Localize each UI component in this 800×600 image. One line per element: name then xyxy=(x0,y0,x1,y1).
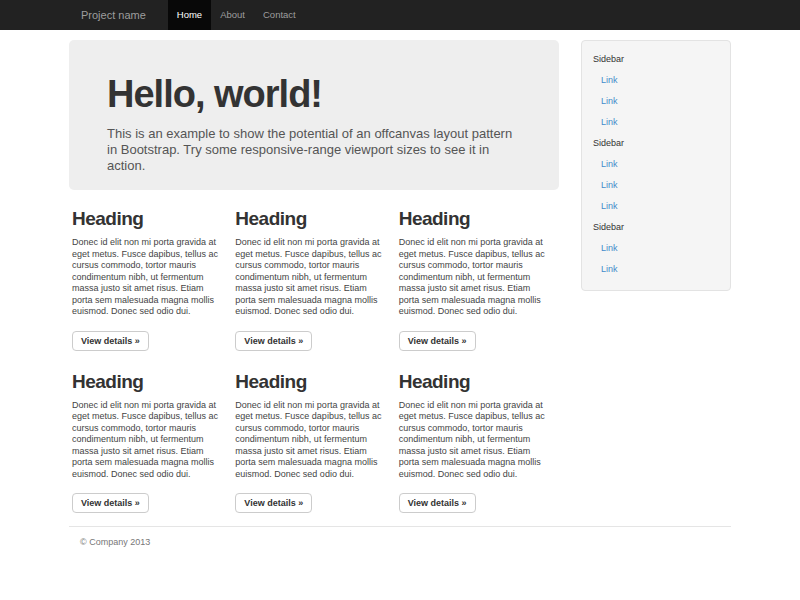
feature-body: Donec id elit non mi porta gravida at eg… xyxy=(72,400,225,481)
feature-heading: Heading xyxy=(72,371,225,393)
sidebar-heading: Sidebar xyxy=(582,49,730,70)
feature-card: Heading Donec id elit non mi porta gravi… xyxy=(399,367,552,514)
sidebar-link[interactable]: Link xyxy=(582,196,730,217)
nav-item-home[interactable]: Home xyxy=(168,0,211,30)
navbar-brand[interactable]: Project name xyxy=(69,0,158,30)
feature-heading: Heading xyxy=(235,371,388,393)
feature-card: Heading Donec id elit non mi porta gravi… xyxy=(235,367,388,514)
view-details-button[interactable]: View details » xyxy=(72,331,149,351)
feature-body: Donec id elit non mi porta gravida at eg… xyxy=(235,400,388,481)
sidebar-heading: Sidebar xyxy=(582,217,730,238)
sidebar-link[interactable]: Link xyxy=(582,112,730,133)
view-details-button[interactable]: View details » xyxy=(72,493,149,513)
feature-card: Heading Donec id elit non mi porta gravi… xyxy=(235,204,388,351)
copyright-text: © Company 2013 xyxy=(80,537,731,547)
sidebar-link[interactable]: Link xyxy=(582,259,730,280)
sidebar-heading: Sidebar xyxy=(582,133,730,154)
feature-body: Donec id elit non mi porta gravida at eg… xyxy=(399,400,552,481)
sidebar-link[interactable]: Link xyxy=(582,91,730,112)
feature-heading: Heading xyxy=(235,208,388,230)
view-details-button[interactable]: View details » xyxy=(235,493,312,513)
sidebar: Sidebar Link Link Link Sidebar Link Link… xyxy=(581,40,731,291)
sidebar-link[interactable]: Link xyxy=(582,175,730,196)
feature-card: Heading Donec id elit non mi porta gravi… xyxy=(399,204,552,351)
sidebar-link[interactable]: Link xyxy=(582,70,730,91)
feature-heading: Heading xyxy=(72,208,225,230)
feature-heading: Heading xyxy=(399,371,552,393)
feature-body: Donec id elit non mi porta gravida at eg… xyxy=(235,237,388,318)
sidebar-column: Sidebar Link Link Link Sidebar Link Link… xyxy=(581,40,731,291)
footer: © Company 2013 xyxy=(69,526,731,547)
jumbotron: Hello, world! This is an example to show… xyxy=(69,40,559,190)
feature-heading: Heading xyxy=(399,208,552,230)
feature-body: Donec id elit non mi porta gravida at eg… xyxy=(399,237,552,318)
main-column: Hello, world! This is an example to show… xyxy=(69,40,562,513)
view-details-button[interactable]: View details » xyxy=(399,331,476,351)
feature-body: Donec id elit non mi porta gravida at eg… xyxy=(72,237,225,318)
sidebar-link[interactable]: Link xyxy=(582,238,730,259)
feature-card: Heading Donec id elit non mi porta gravi… xyxy=(72,367,225,514)
view-details-button[interactable]: View details » xyxy=(399,493,476,513)
jumbotron-lead: This is an example to show the potential… xyxy=(107,126,521,174)
page-title: Hello, world! xyxy=(107,74,521,116)
nav-item-about[interactable]: About xyxy=(211,0,254,30)
sidebar-link[interactable]: Link xyxy=(582,154,730,175)
navbar-menu: Home About Contact xyxy=(168,0,305,30)
top-navbar: Project name Home About Contact xyxy=(0,0,800,30)
nav-item-contact[interactable]: Contact xyxy=(254,0,305,30)
view-details-button[interactable]: View details » xyxy=(235,331,312,351)
feature-card: Heading Donec id elit non mi porta gravi… xyxy=(72,204,225,351)
